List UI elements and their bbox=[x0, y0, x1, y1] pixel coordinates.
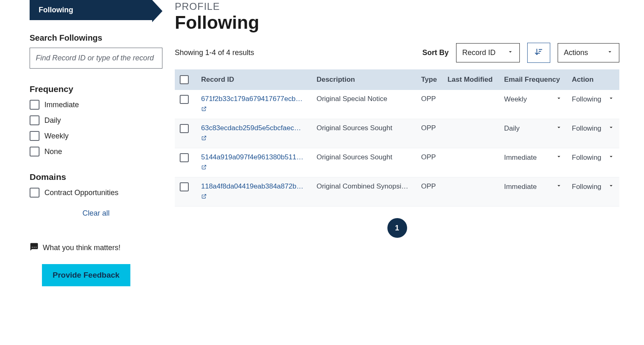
sort-field-value: Record ID bbox=[462, 48, 496, 57]
page-number-1[interactable]: 1 bbox=[387, 218, 407, 238]
chevron-down-icon bbox=[608, 95, 614, 104]
search-input[interactable] bbox=[30, 48, 162, 69]
frequency-option-immediate[interactable]: Immediate bbox=[30, 100, 162, 110]
frequency-option-label: Immediate bbox=[44, 101, 79, 109]
select-all-checkbox[interactable] bbox=[180, 75, 189, 84]
actions-select[interactable]: Actions bbox=[558, 43, 619, 62]
chevron-down-icon bbox=[608, 182, 614, 191]
row-action-select[interactable]: Following bbox=[572, 182, 615, 191]
type-cell: OPP bbox=[416, 177, 442, 207]
external-link-icon[interactable] bbox=[201, 135, 207, 143]
sort-direction-button[interactable] bbox=[527, 43, 550, 63]
row-action-select[interactable]: Following bbox=[572, 153, 615, 162]
col-email-frequency: Email Frequency bbox=[499, 69, 567, 90]
provide-feedback-button[interactable]: Provide Feedback bbox=[42, 264, 130, 286]
last-modified-cell bbox=[442, 177, 499, 207]
row-action-value: Following bbox=[572, 124, 602, 133]
row-checkbox[interactable] bbox=[180, 153, 189, 162]
type-cell: OPP bbox=[416, 119, 442, 148]
row-action-value: Following bbox=[572, 154, 602, 162]
external-link-icon[interactable] bbox=[201, 193, 207, 201]
row-action-select[interactable]: Following bbox=[572, 124, 615, 133]
chevron-down-icon bbox=[507, 48, 514, 57]
chevron-down-icon bbox=[556, 95, 562, 104]
checkbox[interactable] bbox=[30, 100, 39, 110]
email-frequency-select[interactable]: Daily bbox=[504, 124, 562, 133]
col-last-modified: Last Modified bbox=[442, 69, 499, 90]
email-frequency-select[interactable]: Immediate bbox=[504, 182, 562, 191]
email-frequency-value: Daily bbox=[504, 124, 520, 133]
frequency-option-daily[interactable]: Daily bbox=[30, 115, 162, 125]
page-title: Following bbox=[175, 12, 619, 33]
page-number-label: 1 bbox=[395, 224, 399, 232]
external-link-icon[interactable] bbox=[201, 164, 207, 172]
record-id-link[interactable]: 671f2b33c179a679417677ecb… bbox=[201, 95, 303, 103]
chevron-down-icon bbox=[607, 48, 613, 57]
sidebar-nav-following[interactable]: Following bbox=[30, 0, 152, 20]
svg-rect-1 bbox=[539, 51, 541, 52]
email-frequency-value: Immediate bbox=[504, 154, 537, 162]
results-count: Showing 1-4 of 4 results bbox=[175, 48, 254, 57]
frequency-option-label: Weekly bbox=[44, 132, 69, 140]
row-action-select[interactable]: Following bbox=[572, 95, 615, 104]
row-action-value: Following bbox=[572, 95, 602, 104]
type-cell: OPP bbox=[416, 148, 442, 177]
record-id-link[interactable]: 5144a919a097f4e961380b511… bbox=[201, 153, 303, 161]
description-cell: Original Special Notice bbox=[312, 90, 416, 119]
chevron-down-icon bbox=[556, 182, 562, 191]
chevron-down-icon bbox=[556, 124, 562, 133]
col-type: Type bbox=[416, 69, 442, 90]
record-id-link[interactable]: 63c83ecdacb259d5e5cbcfaec… bbox=[201, 124, 301, 132]
email-frequency-select[interactable]: Immediate bbox=[504, 153, 562, 162]
chevron-down-icon bbox=[556, 153, 562, 162]
col-description: Description bbox=[312, 69, 416, 90]
row-checkbox[interactable] bbox=[180, 182, 189, 191]
domain-option-contract-opportunities[interactable]: Contract Opportunities bbox=[30, 188, 162, 198]
col-action: Action bbox=[567, 69, 620, 90]
last-modified-cell bbox=[442, 119, 499, 148]
description-cell: Original Sources Sought bbox=[312, 148, 416, 177]
record-id-link[interactable]: 118a4f8da04419eab384a872b… bbox=[201, 182, 303, 190]
clear-all-link[interactable]: Clear all bbox=[30, 209, 162, 218]
sortby-label: Sort By bbox=[422, 48, 449, 57]
frequency-heading: Frequency bbox=[30, 84, 162, 94]
checkbox[interactable] bbox=[30, 115, 39, 125]
frequency-option-label: None bbox=[44, 147, 62, 156]
checkbox[interactable] bbox=[30, 188, 39, 198]
svg-rect-0 bbox=[539, 49, 542, 50]
following-table: Record ID Description Type Last Modified… bbox=[175, 69, 619, 207]
sort-descending-icon bbox=[534, 47, 543, 58]
actions-label: Actions bbox=[564, 48, 588, 57]
external-link-icon[interactable] bbox=[201, 106, 207, 114]
last-modified-cell bbox=[442, 148, 499, 177]
checkbox[interactable] bbox=[30, 147, 39, 156]
table-row: 671f2b33c179a679417677ecb…Original Speci… bbox=[175, 90, 619, 119]
sidebar-nav-label: Following bbox=[39, 6, 73, 14]
table-row: 63c83ecdacb259d5e5cbcfaec…Original Sourc… bbox=[175, 119, 619, 148]
feedback-line-text: What you think matters! bbox=[43, 244, 120, 252]
description-cell: Original Combined Synopsi… bbox=[312, 177, 416, 207]
email-frequency-select[interactable]: Weekly bbox=[504, 95, 562, 104]
search-followings-label: Search Followings bbox=[30, 33, 162, 43]
table-row: 118a4f8da04419eab384a872b…Original Combi… bbox=[175, 177, 619, 207]
feedback-button-label: Provide Feedback bbox=[53, 271, 120, 279]
col-record-id: Record ID bbox=[196, 69, 312, 90]
clear-all-label: Clear all bbox=[82, 209, 109, 217]
email-frequency-value: Immediate bbox=[504, 183, 537, 191]
frequency-option-none[interactable]: None bbox=[30, 147, 162, 156]
chevron-down-icon bbox=[608, 153, 614, 162]
sort-field-select[interactable]: Record ID bbox=[456, 43, 520, 62]
table-row: 5144a919a097f4e961380b511…Original Sourc… bbox=[175, 148, 619, 177]
chevron-down-icon bbox=[608, 124, 614, 133]
checkbox[interactable] bbox=[30, 131, 39, 141]
row-checkbox[interactable] bbox=[180, 124, 189, 133]
type-cell: OPP bbox=[416, 90, 442, 119]
svg-rect-2 bbox=[539, 53, 540, 54]
email-frequency-value: Weekly bbox=[504, 95, 527, 104]
frequency-option-weekly[interactable]: Weekly bbox=[30, 131, 162, 141]
frequency-option-label: Daily bbox=[44, 116, 61, 125]
row-checkbox[interactable] bbox=[180, 95, 189, 104]
domains-heading: Domains bbox=[30, 172, 162, 182]
domain-option-label: Contract Opportunities bbox=[44, 189, 118, 197]
last-modified-cell bbox=[442, 90, 499, 119]
